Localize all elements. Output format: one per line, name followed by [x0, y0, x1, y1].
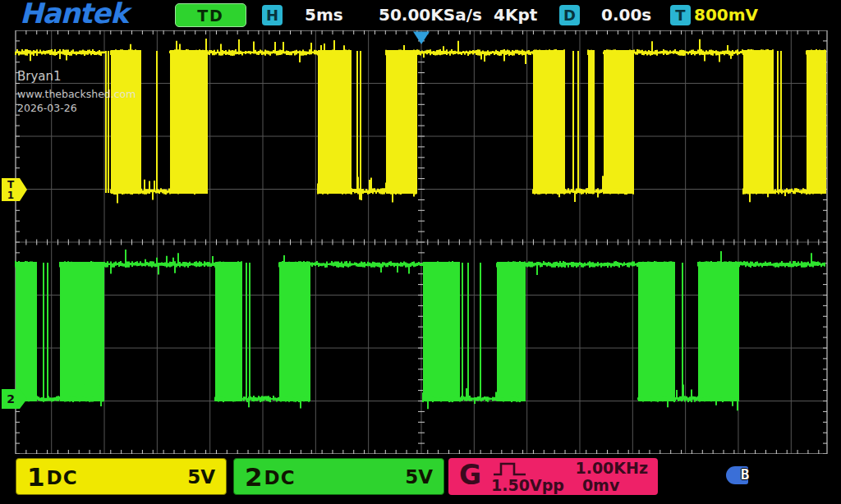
square-wave-icon — [491, 461, 529, 476]
horizontal-badge[interactable]: H — [262, 5, 283, 25]
channel2-scale: 5V — [405, 466, 433, 488]
trigger-position-marker[interactable] — [413, 32, 430, 45]
trigger-status-badge[interactable]: TD — [175, 3, 246, 27]
channel2-status-box[interactable]: 2 DC 5V — [233, 458, 444, 495]
bottom-status-bar: 1 DC 5V 2 DC 5V G 1.00KHz 1.50Vpp 0mv — [0, 454, 841, 504]
channel1-coupling: DC — [47, 465, 78, 488]
delay-badge[interactable]: D — [559, 5, 580, 25]
brand-logo: Hantek — [20, 0, 128, 30]
annotation-date: 2026-03-26 — [17, 103, 136, 114]
channel2-coupling: DC — [264, 465, 296, 488]
generator-offset: 0mv — [582, 478, 619, 493]
oscilloscope-screen: Hantek TD H 5ms 50.00KSa/s 4Kpt D 0.00s … — [0, 0, 841, 504]
channel1-scale: 5V — [187, 466, 215, 488]
generator-readout: 1.00KHz 1.50Vpp 0mv — [491, 458, 658, 495]
annotation-website: www.thebackshed.com — [17, 89, 136, 100]
svg-text:2: 2 — [7, 392, 15, 405]
svg-text:1: 1 — [7, 190, 14, 201]
top-status-bar: Hantek TD H 5ms 50.00KSa/s 4Kpt D 0.00s … — [0, 0, 841, 30]
horizontal-offset-value: 0.00s — [601, 5, 651, 25]
channel1-status-box[interactable]: 1 DC 5V — [16, 458, 227, 495]
usb-indicator-label: B — [741, 466, 749, 483]
channel2-number: 2 — [245, 462, 263, 492]
generator-status-box[interactable]: G 1.00KHz 1.50Vpp 0mv — [448, 458, 658, 495]
memory-depth-value: 4Kpt — [494, 5, 537, 25]
timebase-value: 5ms — [305, 5, 343, 25]
svg-text:T: T — [7, 179, 15, 190]
generator-amplitude: 1.50Vpp — [491, 478, 564, 493]
usb-indicator: B — [726, 465, 762, 486]
trigger-badge[interactable]: T — [670, 5, 691, 25]
generator-label: G — [459, 459, 481, 495]
trigger-level-value: 800mV — [694, 5, 758, 25]
channel1-number: 1 — [27, 462, 45, 492]
screen-annotation: Bryan1 www.thebackshed.com 2026-03-26 — [17, 71, 136, 113]
generator-frequency: 1.00KHz — [575, 460, 648, 476]
marker-ch1[interactable]: T1 — [2, 178, 27, 201]
sample-rate-value: 50.00KSa/s — [379, 5, 482, 25]
annotation-username: Bryan1 — [17, 71, 136, 83]
